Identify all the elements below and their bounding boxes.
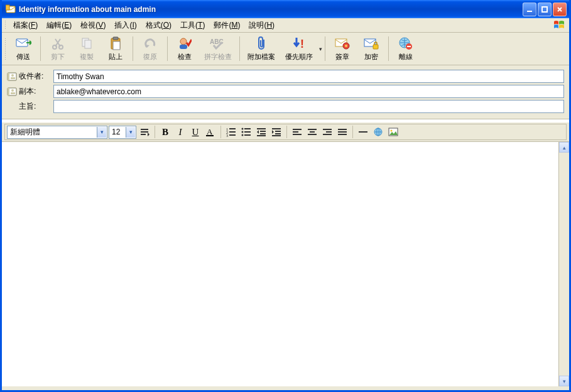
insert-image-button[interactable]	[386, 125, 400, 139]
align-right-button[interactable]	[320, 125, 334, 139]
font-combo[interactable]: 新細明體 ▾	[7, 126, 107, 139]
subject-label: 主旨:	[7, 101, 53, 112]
svg-rect-67	[338, 131, 347, 133]
svg-rect-3	[542, 7, 547, 12]
cc-label[interactable]: 副本:	[7, 86, 53, 97]
sign-button[interactable]: 簽章	[328, 34, 357, 63]
menu-format[interactable]: 格式(O)	[141, 19, 176, 32]
menu-view[interactable]: 檢視(V)	[76, 19, 110, 32]
align-left-button[interactable]	[290, 125, 304, 139]
windows-flag-icon	[553, 19, 567, 31]
svg-rect-46	[244, 131, 251, 133]
svg-text:A: A	[207, 127, 213, 136]
scroll-up-button[interactable]: ▴	[559, 142, 569, 153]
attach-button[interactable]: 附加檔案	[242, 34, 280, 63]
encrypt-icon	[364, 36, 379, 51]
send-button[interactable]: 傳送	[9, 34, 38, 63]
subject-input[interactable]	[53, 100, 564, 113]
svg-point-47	[242, 134, 244, 136]
paragraph-style-button[interactable]	[138, 125, 151, 139]
scroll-down-button[interactable]: ▾	[559, 376, 569, 386]
svg-rect-40	[229, 131, 236, 133]
svg-rect-23	[407, 46, 411, 47]
svg-rect-55	[275, 133, 281, 134]
to-input[interactable]	[53, 70, 564, 83]
svg-rect-36	[206, 135, 214, 136]
menubar: 檔案(F) 編輯(E) 檢視(V) 插入(I) 格式(O) 工具(T) 郵件(M…	[2, 18, 569, 33]
svg-rect-32	[141, 129, 148, 130]
maximize-button[interactable]	[538, 3, 552, 16]
svg-rect-59	[293, 134, 302, 135]
insert-hr-button[interactable]	[356, 125, 370, 139]
menu-mail[interactable]: 郵件(M)	[209, 19, 244, 32]
outdent-button[interactable]	[254, 125, 268, 139]
cc-input[interactable]	[53, 85, 564, 98]
menu-file[interactable]: 檔案(F)	[9, 19, 42, 32]
svg-point-18	[345, 45, 347, 47]
addressbook-icon	[7, 87, 17, 96]
check-button[interactable]: 檢查	[170, 34, 199, 63]
svg-rect-60	[308, 129, 317, 130]
spellcheck-icon: ABC	[210, 36, 226, 51]
italic-button[interactable]: I	[173, 125, 187, 139]
menu-insert[interactable]: 插入(I)	[110, 19, 141, 32]
toolbar-grip[interactable]	[4, 38, 7, 60]
paste-button[interactable]: 貼上	[101, 34, 130, 63]
minimize-button[interactable]	[523, 3, 536, 16]
spellcheck-button[interactable]: ABC 拼字檢查	[199, 34, 237, 63]
priority-button[interactable]: ! 優先順序	[280, 35, 318, 63]
svg-rect-63	[323, 129, 332, 130]
to-label[interactable]: 收件者:	[7, 71, 53, 82]
format-toolbar: 新細明體 ▾ 12 ▾ B I U A 123	[4, 124, 567, 140]
insert-link-button[interactable]	[371, 125, 385, 139]
svg-rect-64	[326, 131, 332, 133]
encrypt-button[interactable]: 加密	[357, 34, 386, 63]
message-body-area[interactable]: ▴ ▾	[2, 142, 569, 386]
svg-point-6	[59, 45, 63, 49]
underline-button[interactable]: U	[188, 125, 202, 139]
chevron-down-icon: ▾	[126, 127, 135, 138]
align-justify-button[interactable]	[335, 125, 349, 139]
svg-rect-31	[11, 92, 15, 94]
menu-edit[interactable]: 編輯(E)	[42, 19, 76, 32]
svg-rect-11	[113, 41, 120, 50]
svg-rect-65	[323, 134, 332, 135]
font-size-combo[interactable]: 12 ▾	[109, 126, 136, 139]
font-color-button[interactable]: A	[204, 125, 217, 139]
svg-rect-68	[338, 134, 347, 135]
svg-rect-54	[275, 131, 281, 132]
svg-rect-10	[113, 37, 118, 40]
cut-button[interactable]: 剪下	[43, 34, 72, 63]
priority-dropdown-arrow[interactable]: ▾	[319, 46, 322, 52]
svg-rect-4	[16, 39, 28, 46]
numbered-list-button[interactable]: 123	[224, 125, 238, 139]
copy-button[interactable]: 複製	[72, 34, 101, 63]
svg-point-26	[11, 74, 14, 77]
undo-button[interactable]: 復原	[136, 34, 165, 63]
svg-rect-58	[293, 131, 298, 133]
svg-rect-57	[293, 129, 302, 130]
svg-rect-38	[229, 128, 236, 129]
svg-point-45	[242, 131, 244, 133]
vertical-scrollbar[interactable]: ▴ ▾	[558, 142, 569, 386]
offline-button[interactable]: 離線	[391, 34, 420, 63]
paperclip-icon	[256, 36, 266, 51]
svg-rect-29	[8, 88, 9, 95]
align-center-button[interactable]	[305, 125, 319, 139]
svg-rect-61	[310, 131, 315, 133]
titlebar[interactable]: Identity information about main admin	[2, 0, 569, 18]
menu-tools[interactable]: 工具(T)	[176, 19, 209, 32]
bold-button[interactable]: B	[158, 125, 172, 139]
svg-rect-1	[6, 5, 9, 10]
svg-rect-27	[11, 77, 15, 79]
close-button[interactable]	[553, 3, 567, 16]
svg-rect-52	[257, 135, 266, 136]
svg-rect-50	[260, 131, 266, 132]
bullet-list-button[interactable]	[239, 125, 253, 139]
svg-rect-62	[308, 134, 317, 135]
app-icon	[6, 4, 16, 14]
menu-help[interactable]: 說明(H)	[244, 19, 279, 32]
indent-button[interactable]	[269, 125, 283, 139]
svg-rect-13	[180, 45, 187, 49]
menubar-grip[interactable]	[4, 20, 7, 30]
